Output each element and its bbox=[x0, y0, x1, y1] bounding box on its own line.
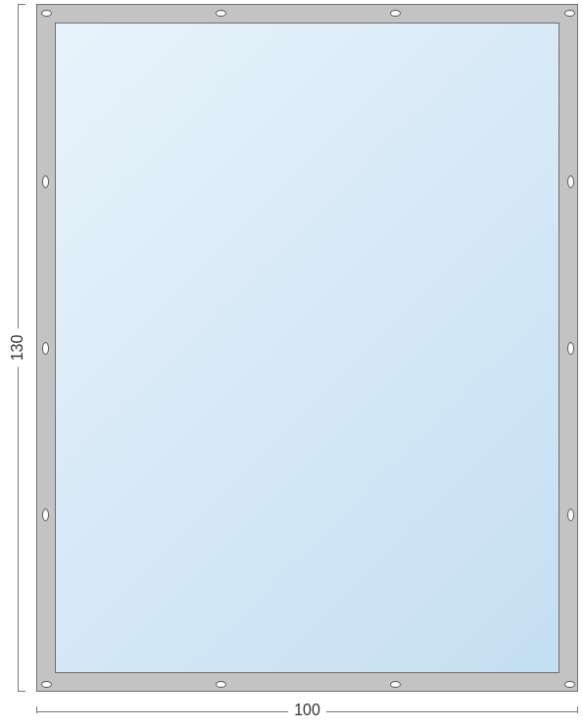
eyelet-right-2 bbox=[567, 342, 574, 355]
eyelet-left-1 bbox=[42, 175, 49, 188]
eyelet-top-1 bbox=[41, 10, 52, 17]
eyelet-right-3 bbox=[567, 509, 574, 521]
dimension-width-value: 100 bbox=[288, 702, 326, 718]
eyelet-bottom-4 bbox=[564, 681, 575, 688]
eyelet-left-3 bbox=[42, 509, 49, 521]
eyelet-bottom-2 bbox=[216, 681, 226, 688]
eyelet-top-4 bbox=[564, 10, 575, 17]
eyelet-top-3 bbox=[390, 10, 401, 17]
eyelet-top-2 bbox=[216, 10, 226, 17]
dimension-height-label: 130 bbox=[0, 4, 35, 692]
diagram-canvas: 100 130 bbox=[0, 0, 583, 728]
tarp-panel bbox=[55, 23, 559, 673]
dimension-height-value: 130 bbox=[9, 329, 26, 367]
eyelet-right-1 bbox=[567, 175, 574, 188]
eyelet-bottom-1 bbox=[41, 681, 52, 688]
eyelet-left-2 bbox=[42, 342, 49, 355]
tarp-frame bbox=[36, 4, 578, 692]
eyelet-bottom-3 bbox=[390, 681, 401, 688]
